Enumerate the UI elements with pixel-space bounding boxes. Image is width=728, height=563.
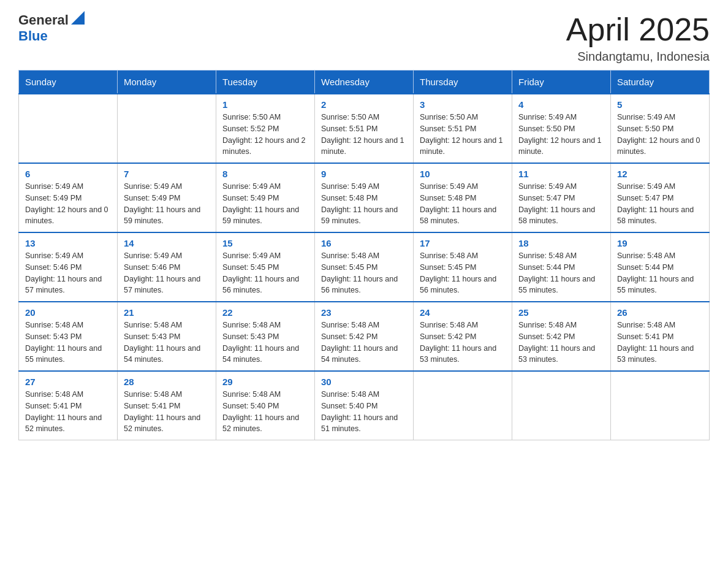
week-row-4: 20Sunrise: 5:48 AMSunset: 5:43 PMDayligh… — [19, 302, 710, 371]
calendar-table: SundayMondayTuesdayWednesdayThursdayFrid… — [18, 70, 710, 440]
calendar-cell: 30Sunrise: 5:48 AMSunset: 5:40 PMDayligh… — [315, 371, 414, 440]
day-number: 26 — [617, 307, 703, 318]
day-info: Sunrise: 5:48 AMSunset: 5:44 PMDaylight:… — [617, 250, 703, 296]
day-info: Sunrise: 5:48 AMSunset: 5:40 PMDaylight:… — [321, 389, 407, 435]
day-info: Sunrise: 5:49 AMSunset: 5:47 PMDaylight:… — [518, 181, 604, 227]
calendar-cell: 22Sunrise: 5:48 AMSunset: 5:43 PMDayligh… — [216, 302, 315, 371]
week-row-3: 13Sunrise: 5:49 AMSunset: 5:46 PMDayligh… — [19, 232, 710, 302]
day-number: 23 — [321, 307, 407, 318]
calendar-cell: 25Sunrise: 5:48 AMSunset: 5:42 PMDayligh… — [512, 302, 611, 371]
day-number: 6 — [25, 169, 111, 179]
day-number: 21 — [124, 307, 210, 318]
day-info: Sunrise: 5:49 AMSunset: 5:46 PMDaylight:… — [124, 250, 210, 296]
calendar-cell: 9Sunrise: 5:49 AMSunset: 5:48 PMDaylight… — [315, 163, 414, 232]
calendar-cell: 14Sunrise: 5:49 AMSunset: 5:46 PMDayligh… — [118, 232, 216, 302]
day-info: Sunrise: 5:49 AMSunset: 5:48 PMDaylight:… — [321, 181, 407, 227]
day-number: 20 — [25, 307, 111, 318]
logo-text-general: General — [18, 12, 69, 28]
day-info: Sunrise: 5:50 AMSunset: 5:52 PMDaylight:… — [222, 112, 308, 158]
day-info: Sunrise: 5:48 AMSunset: 5:42 PMDaylight:… — [420, 320, 506, 366]
calendar-cell: 5Sunrise: 5:49 AMSunset: 5:50 PMDaylight… — [611, 94, 710, 163]
day-number: 24 — [420, 307, 506, 318]
calendar-cell: 8Sunrise: 5:49 AMSunset: 5:49 PMDaylight… — [216, 163, 315, 232]
day-info: Sunrise: 5:49 AMSunset: 5:47 PMDaylight:… — [617, 181, 703, 227]
calendar-cell: 24Sunrise: 5:48 AMSunset: 5:42 PMDayligh… — [414, 302, 512, 371]
day-info: Sunrise: 5:48 AMSunset: 5:42 PMDaylight:… — [518, 320, 604, 366]
calendar-cell: 29Sunrise: 5:48 AMSunset: 5:40 PMDayligh… — [216, 371, 315, 440]
day-info: Sunrise: 5:48 AMSunset: 5:43 PMDaylight:… — [222, 320, 308, 366]
calendar-cell — [118, 94, 216, 163]
calendar-cell: 17Sunrise: 5:48 AMSunset: 5:45 PMDayligh… — [414, 232, 512, 302]
day-info: Sunrise: 5:49 AMSunset: 5:49 PMDaylight:… — [25, 181, 111, 227]
calendar-cell: 26Sunrise: 5:48 AMSunset: 5:41 PMDayligh… — [611, 302, 710, 371]
calendar-subtitle: Sindangtamu, Indonesia — [566, 50, 710, 64]
calendar-cell: 3Sunrise: 5:50 AMSunset: 5:51 PMDaylight… — [414, 94, 512, 163]
day-info: Sunrise: 5:49 AMSunset: 5:49 PMDaylight:… — [222, 181, 308, 227]
logo: General Blue — [18, 12, 85, 44]
day-number: 25 — [518, 307, 604, 318]
day-info: Sunrise: 5:48 AMSunset: 5:43 PMDaylight:… — [25, 320, 111, 366]
day-number: 11 — [518, 169, 604, 179]
calendar-cell: 28Sunrise: 5:48 AMSunset: 5:41 PMDayligh… — [118, 371, 216, 440]
day-number: 22 — [222, 307, 308, 318]
calendar-cell: 2Sunrise: 5:50 AMSunset: 5:51 PMDaylight… — [315, 94, 414, 163]
day-number: 5 — [617, 99, 703, 110]
weekday-header-saturday: Saturday — [611, 71, 710, 94]
svg-marker-0 — [71, 11, 85, 25]
weekday-header-tuesday: Tuesday — [216, 71, 315, 94]
title-area: April 2025 Sindangtamu, Indonesia — [566, 12, 710, 64]
day-number: 17 — [420, 238, 506, 248]
calendar-cell — [414, 371, 512, 440]
day-number: 2 — [321, 99, 407, 110]
day-number: 4 — [518, 99, 604, 110]
day-info: Sunrise: 5:48 AMSunset: 5:42 PMDaylight:… — [321, 320, 407, 366]
week-row-1: 1Sunrise: 5:50 AMSunset: 5:52 PMDaylight… — [19, 94, 710, 163]
day-info: Sunrise: 5:48 AMSunset: 5:44 PMDaylight:… — [518, 250, 604, 296]
week-row-2: 6Sunrise: 5:49 AMSunset: 5:49 PMDaylight… — [19, 163, 710, 232]
day-info: Sunrise: 5:48 AMSunset: 5:40 PMDaylight:… — [222, 389, 308, 435]
day-number: 10 — [420, 169, 506, 179]
calendar-cell — [512, 371, 611, 440]
calendar-cell: 7Sunrise: 5:49 AMSunset: 5:49 PMDaylight… — [118, 163, 216, 232]
day-info: Sunrise: 5:49 AMSunset: 5:49 PMDaylight:… — [124, 181, 210, 227]
calendar-cell: 10Sunrise: 5:49 AMSunset: 5:48 PMDayligh… — [414, 163, 512, 232]
header: General Blue April 2025 Sindangtamu, Ind… — [18, 12, 710, 64]
calendar-cell: 11Sunrise: 5:49 AMSunset: 5:47 PMDayligh… — [512, 163, 611, 232]
week-row-5: 27Sunrise: 5:48 AMSunset: 5:41 PMDayligh… — [19, 371, 710, 440]
calendar-cell: 15Sunrise: 5:49 AMSunset: 5:45 PMDayligh… — [216, 232, 315, 302]
day-info: Sunrise: 5:48 AMSunset: 5:41 PMDaylight:… — [617, 320, 703, 366]
day-info: Sunrise: 5:50 AMSunset: 5:51 PMDaylight:… — [321, 112, 407, 158]
calendar-cell — [611, 371, 710, 440]
day-number: 12 — [617, 169, 703, 179]
calendar-cell: 4Sunrise: 5:49 AMSunset: 5:50 PMDaylight… — [512, 94, 611, 163]
calendar-cell: 21Sunrise: 5:48 AMSunset: 5:43 PMDayligh… — [118, 302, 216, 371]
day-number: 8 — [222, 169, 308, 179]
day-info: Sunrise: 5:49 AMSunset: 5:50 PMDaylight:… — [518, 112, 604, 158]
calendar-cell: 1Sunrise: 5:50 AMSunset: 5:52 PMDaylight… — [216, 94, 315, 163]
weekday-header-thursday: Thursday — [414, 71, 512, 94]
day-info: Sunrise: 5:48 AMSunset: 5:41 PMDaylight:… — [25, 389, 111, 435]
calendar-cell — [19, 94, 118, 163]
day-info: Sunrise: 5:49 AMSunset: 5:45 PMDaylight:… — [222, 250, 308, 296]
logo-triangle-icon — [71, 11, 85, 25]
day-number: 15 — [222, 238, 308, 248]
weekday-header-wednesday: Wednesday — [315, 71, 414, 94]
day-info: Sunrise: 5:49 AMSunset: 5:48 PMDaylight:… — [420, 181, 506, 227]
weekday-header-monday: Monday — [118, 71, 216, 94]
weekday-header-friday: Friday — [512, 71, 611, 94]
day-number: 28 — [124, 377, 210, 387]
calendar-cell: 12Sunrise: 5:49 AMSunset: 5:47 PMDayligh… — [611, 163, 710, 232]
day-number: 16 — [321, 238, 407, 248]
day-info: Sunrise: 5:49 AMSunset: 5:46 PMDaylight:… — [25, 250, 111, 296]
weekday-header-sunday: Sunday — [19, 71, 118, 94]
calendar-cell: 23Sunrise: 5:48 AMSunset: 5:42 PMDayligh… — [315, 302, 414, 371]
day-info: Sunrise: 5:49 AMSunset: 5:50 PMDaylight:… — [617, 112, 703, 158]
day-number: 18 — [518, 238, 604, 248]
calendar-cell: 27Sunrise: 5:48 AMSunset: 5:41 PMDayligh… — [19, 371, 118, 440]
day-number: 14 — [124, 238, 210, 248]
day-info: Sunrise: 5:48 AMSunset: 5:45 PMDaylight:… — [321, 250, 407, 296]
day-info: Sunrise: 5:48 AMSunset: 5:43 PMDaylight:… — [124, 320, 210, 366]
day-number: 19 — [617, 238, 703, 248]
calendar-cell: 19Sunrise: 5:48 AMSunset: 5:44 PMDayligh… — [611, 232, 710, 302]
day-number: 7 — [124, 169, 210, 179]
